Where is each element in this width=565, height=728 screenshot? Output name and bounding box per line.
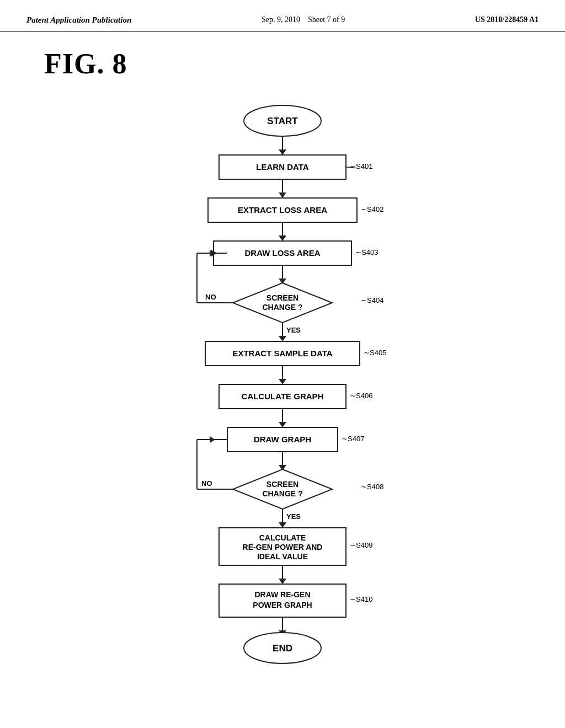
svg-marker-40 (279, 579, 286, 584)
end-label: END (273, 643, 292, 654)
s409-label2: RE-GEN POWER AND (243, 543, 323, 552)
s402-step: ∼S402 (361, 205, 383, 213)
s404-no-label: NO (205, 293, 216, 301)
s410-label1: DRAW RE-GEN (254, 590, 310, 599)
s408-label: SCREEN (266, 480, 299, 489)
header-publication-label: Patent Application Publication (26, 15, 131, 25)
s405-label: EXTRACT SAMPLE DATA (232, 349, 332, 358)
s405-step: ∼S405 (364, 349, 386, 357)
svg-marker-2 (279, 149, 286, 155)
s410-label2: POWER GRAPH (253, 601, 312, 609)
s403-step: ∼S403 (355, 248, 378, 256)
s408-step: ∼S408 (361, 483, 383, 491)
s409-label3: IDEAL VALUE (257, 552, 308, 561)
s409-label1: CALCULATE (259, 533, 306, 542)
s408-no-label: NO (201, 479, 212, 488)
s401-label: LEARN DATA (256, 162, 308, 172)
svg-marker-20 (279, 336, 286, 341)
s401-step: ∼S401 (350, 162, 372, 170)
figure-label: FIG. 8 (0, 32, 565, 91)
s404-label2: CHANGE ? (262, 303, 302, 312)
header-sheet: Sheet 7 of 9 (308, 15, 345, 24)
header-date: Sep. 9, 2010 (262, 15, 300, 24)
start-label: START (267, 116, 298, 126)
s407-label: DRAW GRAPH (254, 435, 311, 444)
s404-yes-label: YES (286, 326, 301, 334)
s402-label: EXTRACT LOSS AREA (238, 205, 327, 215)
s409-step: ∼S409 (350, 541, 372, 549)
s404-step: ∼S404 (361, 296, 383, 304)
s408-label2: CHANGE ? (262, 489, 302, 498)
s406-label: CALCULATE GRAPH (242, 392, 324, 401)
s408-yes-label: YES (286, 512, 301, 521)
svg-marker-29 (210, 436, 215, 443)
s406-step: ∼S406 (350, 392, 372, 400)
svg-marker-26 (279, 422, 286, 427)
header-date-sheet: Sep. 9, 2010 Sheet 7 of 9 (262, 15, 345, 24)
svg-marker-8 (279, 235, 286, 241)
page-header: Patent Application Publication Sep. 9, 2… (0, 0, 565, 32)
flowchart-svg: START LEARN DATA ∼S401 EXTRACT LOSS AREA… (117, 97, 448, 681)
flowchart: START LEARN DATA ∼S401 EXTRACT LOSS AREA… (0, 91, 565, 703)
s410-step: ∼S410 (350, 595, 372, 603)
svg-marker-5 (279, 192, 286, 198)
svg-marker-23 (279, 379, 286, 384)
svg-marker-37 (279, 522, 286, 528)
s407-step: ∼S407 (342, 435, 364, 443)
s403-label: DRAW LOSS AREA (245, 248, 321, 258)
header-patent-number: US 2010/228459 A1 (475, 15, 539, 24)
s404-label: SCREEN (266, 293, 299, 302)
